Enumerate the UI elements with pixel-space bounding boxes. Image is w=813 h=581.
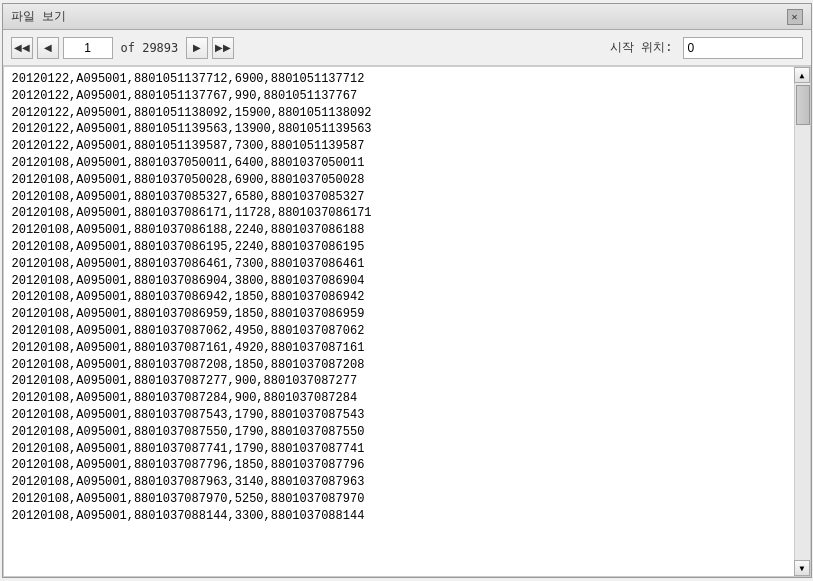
text-line: 20120108,A095001,8801037086904,3800,8801… — [12, 273, 786, 290]
text-line: 20120122,A095001,8801051139563,13900,880… — [12, 121, 786, 138]
text-line: 20120108,A095001,8801037087161,4920,8801… — [12, 340, 786, 357]
text-line: 20120108,A095001,8801037087208,1850,8801… — [12, 357, 786, 374]
main-window: 파일 보기 ✕ ◀◀ ◀ of 29893 ▶ ▶▶ 시작 위치: 201201… — [2, 3, 812, 578]
page-info: of 29893 — [121, 41, 179, 55]
position-label: 시작 위치: — [610, 39, 672, 56]
text-line: 20120108,A095001,8801037086461,7300,8801… — [12, 256, 786, 273]
text-line: 20120108,A095001,8801037085327,6580,8801… — [12, 189, 786, 206]
text-line: 20120108,A095001,8801037087741,1790,8801… — [12, 441, 786, 458]
prev-page-button[interactable]: ◀ — [37, 37, 59, 59]
next-page-button[interactable]: ▶ — [186, 37, 208, 59]
text-line: 20120108,A095001,8801037087963,3140,8801… — [12, 474, 786, 491]
text-line: 20120108,A095001,8801037086188,2240,8801… — [12, 222, 786, 239]
text-line: 20120108,A095001,8801037086942,1850,8801… — [12, 289, 786, 306]
title-bar: 파일 보기 ✕ — [3, 4, 811, 30]
content-area: 20120122,A095001,8801051137712,6900,8801… — [3, 66, 811, 577]
text-line: 20120108,A095001,8801037087284,900,88010… — [12, 390, 786, 407]
text-line: 20120122,A095001,8801051139587,7300,8801… — [12, 138, 786, 155]
toolbar: ◀◀ ◀ of 29893 ▶ ▶▶ 시작 위치: — [3, 30, 811, 66]
text-line: 20120108,A095001,8801037050028,6900,8801… — [12, 172, 786, 189]
text-line: 20120108,A095001,8801037087277,900,88010… — [12, 373, 786, 390]
text-line: 20120108,A095001,8801037050011,6400,8801… — [12, 155, 786, 172]
text-line: 20120108,A095001,8801037088144,3300,8801… — [12, 508, 786, 525]
text-line: 20120122,A095001,8801051137767,990,88010… — [12, 88, 786, 105]
close-button[interactable]: ✕ — [787, 9, 803, 25]
window-title: 파일 보기 — [11, 8, 66, 25]
scroll-down-button[interactable]: ▼ — [794, 560, 810, 576]
position-input[interactable] — [683, 37, 803, 59]
text-line: 20120108,A095001,8801037086195,2240,8801… — [12, 239, 786, 256]
text-line: 20120108,A095001,8801037087062,4950,8801… — [12, 323, 786, 340]
text-line: 20120122,A095001,8801051138092,15900,880… — [12, 105, 786, 122]
scroll-thumb[interactable] — [796, 85, 810, 125]
page-input[interactable] — [63, 37, 113, 59]
text-line: 20120108,A095001,8801037087550,1790,8801… — [12, 424, 786, 441]
text-line: 20120108,A095001,8801037087543,1790,8801… — [12, 407, 786, 424]
text-line: 20120108,A095001,8801037087796,1850,8801… — [12, 457, 786, 474]
scrollbar: ▲ ▼ — [794, 67, 810, 576]
last-page-button[interactable]: ▶▶ — [212, 37, 234, 59]
scroll-track[interactable] — [795, 83, 810, 560]
text-content[interactable]: 20120122,A095001,8801051137712,6900,8801… — [4, 67, 794, 576]
scroll-up-button[interactable]: ▲ — [794, 67, 810, 83]
text-line: 20120108,A095001,8801037086171,11728,880… — [12, 205, 786, 222]
text-line: 20120108,A095001,8801037086959,1850,8801… — [12, 306, 786, 323]
text-line: 20120108,A095001,8801037087970,5250,8801… — [12, 491, 786, 508]
text-line: 20120122,A095001,8801051137712,6900,8801… — [12, 71, 786, 88]
first-page-button[interactable]: ◀◀ — [11, 37, 33, 59]
